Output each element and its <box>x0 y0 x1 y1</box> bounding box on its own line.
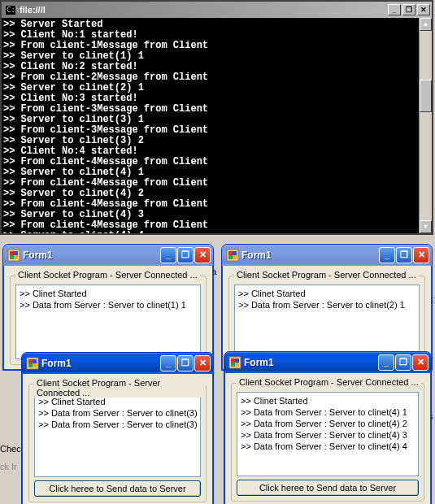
log-line: >> Data from Server : Server to clinet(3… <box>38 407 197 419</box>
console-titlebar[interactable]: C:\ file:///I _ ❐ ✕ <box>2 2 432 18</box>
form3-title: Form1 <box>39 358 159 369</box>
send-button[interactable]: Click heree to Send data to Server <box>237 480 419 496</box>
app-icon <box>26 357 39 370</box>
scroll-down-button[interactable]: ▼ <box>420 220 432 233</box>
form1-group-title: Client Socket Program - Server Connected… <box>15 270 200 280</box>
log-line: >> Clinet Started <box>20 288 197 299</box>
svg-rect-12 <box>33 359 37 363</box>
form4-groupbox: Client Socket Program - Server Connected… <box>231 383 424 502</box>
close-button[interactable]: ✕ <box>194 355 211 371</box>
svg-rect-18 <box>231 363 235 367</box>
form2-titlebar[interactable]: Form1 _ ❐ ✕ <box>222 245 432 266</box>
send-button[interactable]: Click heree to Send data to Server <box>34 480 201 497</box>
log-line: >> Data from Server : Server to clinet(4… <box>241 441 415 452</box>
close-button[interactable]: ✕ <box>413 247 429 263</box>
form4-log[interactable]: >> Clinet Started>> Data from Server : S… <box>237 392 419 476</box>
console-window: C:\ file:///I _ ❐ ✕ >> Server Started>> … <box>0 0 433 235</box>
svg-rect-7 <box>233 251 237 255</box>
minimize-button[interactable]: _ <box>378 354 394 371</box>
log-line: >> Clinet Started <box>38 396 197 407</box>
form1-log[interactable]: >> Clinet Started>> Data from Server : S… <box>15 285 201 359</box>
log-line: >> Data from Server : Server to clinet(4… <box>241 406 415 418</box>
form1-titlebar[interactable]: Form1 _ ❐ ✕ <box>3 245 213 266</box>
form1-title: Form1 <box>20 250 159 261</box>
close-button[interactable]: ✕ <box>194 247 211 263</box>
form4-group-title: Client Socket Program - Server Connected… <box>237 377 421 387</box>
maximize-button[interactable]: ❐ <box>396 247 412 263</box>
svg-rect-9 <box>233 255 237 259</box>
scroll-thumb[interactable] <box>420 80 432 112</box>
svg-rect-16 <box>231 358 235 363</box>
log-line: >> Data from Server : Server to clinet(1… <box>20 299 197 311</box>
svg-rect-8 <box>228 255 233 259</box>
maximize-button[interactable]: ❐ <box>177 247 194 263</box>
svg-rect-3 <box>10 255 14 259</box>
scroll-up-button[interactable]: ▲ <box>420 18 432 31</box>
form3-group-title: Client Socket Program - Server Connected… <box>34 378 206 398</box>
form-window-4: Form1 _ ❐ ✕ Client Socket Program - Serv… <box>224 351 432 504</box>
svg-rect-19 <box>235 363 239 367</box>
restore-button[interactable]: ❐ <box>402 4 415 15</box>
log-line: >> Server to clinet(4) 4 <box>3 231 430 233</box>
app-icon <box>226 249 239 262</box>
log-line: >> Data from Server : Server to clinet(2… <box>238 299 415 311</box>
form3-titlebar[interactable]: Form1 _ ❐ ✕ <box>22 353 213 374</box>
scrollbar[interactable]: ▲ ▼ <box>419 18 432 233</box>
minimize-button[interactable]: _ <box>379 247 395 263</box>
svg-rect-17 <box>235 358 239 363</box>
form3-log[interactable]: >> Clinet Started>> Data from Server : S… <box>34 393 201 477</box>
log-line: >> Clinet Started <box>238 288 415 299</box>
form2-log[interactable]: >> Clinet Started>> Data from Server : S… <box>234 285 420 359</box>
svg-rect-14 <box>33 363 37 367</box>
maximize-button[interactable]: ❐ <box>395 354 411 371</box>
log-line: >> Data from Server : Server to clinet(3… <box>38 419 197 430</box>
scroll-track[interactable] <box>420 31 432 220</box>
cmd-icon: C:\ <box>5 5 16 15</box>
close-button[interactable]: ✕ <box>412 354 428 371</box>
minimize-button[interactable]: _ <box>160 247 176 263</box>
log-line: >> Data from Server : Server to clinet(4… <box>241 418 415 429</box>
svg-rect-13 <box>28 363 33 367</box>
form4-title: Form1 <box>241 357 377 368</box>
svg-rect-1 <box>10 251 14 255</box>
form3-groupbox: Client Socket Program - Server Connected… <box>28 384 207 502</box>
form2-title: Form1 <box>239 250 378 261</box>
svg-rect-11 <box>28 359 33 363</box>
form4-titlebar[interactable]: Form1 _ ❐ ✕ <box>224 352 431 373</box>
log-line: >> Data from Server : Server to clinet(4… <box>241 429 415 441</box>
console-title: file:///I <box>16 5 386 15</box>
svg-rect-4 <box>14 255 18 259</box>
form-window-3: Form1 _ ❐ ✕ Client Socket Program - Serv… <box>21 352 214 504</box>
app-icon <box>228 356 241 369</box>
console-output: >> Server Started>> Client No:1 started!… <box>2 18 432 233</box>
bg-text: ck Ir <box>0 462 17 471</box>
bg-text: Chec <box>0 444 21 454</box>
svg-rect-2 <box>14 251 18 255</box>
maximize-button[interactable]: ❐ <box>177 355 194 371</box>
log-line: >> Clinet Started <box>241 395 415 406</box>
app-icon <box>7 249 20 262</box>
svg-rect-6 <box>228 251 233 255</box>
minimize-button[interactable]: _ <box>388 4 401 15</box>
minimize-button[interactable]: _ <box>160 355 176 371</box>
close-button[interactable]: ✕ <box>417 4 430 15</box>
form2-group-title: Client Socket Program - Server Connected… <box>234 270 419 280</box>
